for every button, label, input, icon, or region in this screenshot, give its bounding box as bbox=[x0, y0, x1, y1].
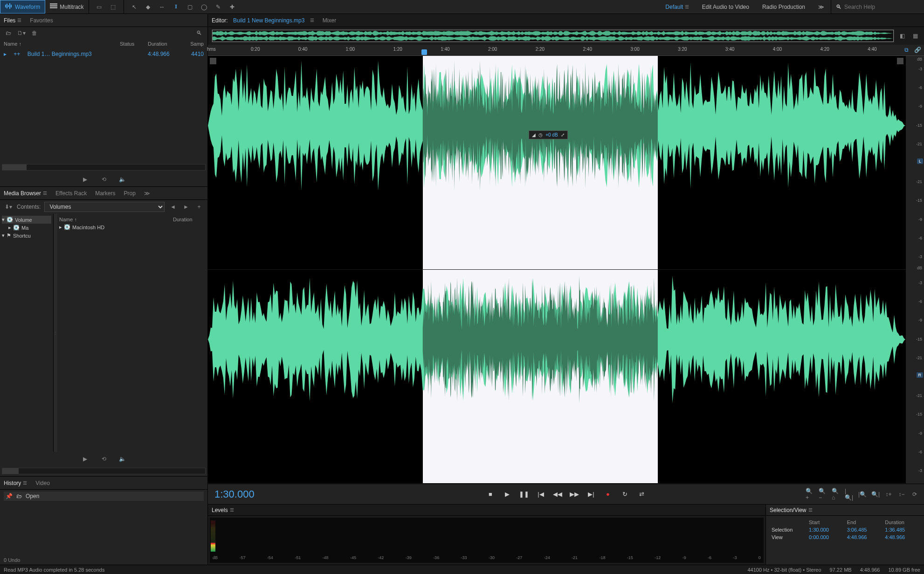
overview-waveform[interactable] bbox=[212, 29, 894, 42]
rewind-button[interactable]: ◀◀ bbox=[552, 488, 564, 500]
toggle-grid-button[interactable]: ▦ bbox=[910, 31, 920, 41]
col-status[interactable]: Status bbox=[120, 41, 148, 47]
skip-selection-button[interactable]: ⇄ bbox=[635, 488, 648, 500]
heal-tool-button[interactable]: ✚ bbox=[227, 2, 238, 12]
zoom-in-button[interactable]: 🔍+ bbox=[806, 490, 815, 499]
workspace-default[interactable]: Default ☰ bbox=[659, 0, 695, 14]
tab-video[interactable]: Video bbox=[35, 480, 49, 486]
playhead[interactable] bbox=[421, 49, 427, 55]
browser-splitter[interactable]: ⋮ bbox=[54, 214, 57, 452]
loop-preview-button[interactable]: ⟲ bbox=[99, 455, 109, 463]
sv-view-start[interactable]: 0:00.000 bbox=[809, 534, 842, 540]
mode-waveform-button[interactable]: Waveform bbox=[0, 0, 45, 14]
brush-tool-button[interactable]: ✎ bbox=[213, 2, 224, 12]
add-shortcut-button[interactable]: + bbox=[194, 203, 204, 211]
record-button[interactable]: ● bbox=[602, 488, 614, 500]
back-button[interactable]: ◄ bbox=[168, 203, 178, 211]
zoom-in-pt-button[interactable]: |🔍 bbox=[858, 490, 867, 499]
tab-mixer[interactable]: Mixer bbox=[323, 17, 336, 24]
wave-channel-left[interactable]: ◢ ◷ +0 dB ⤢ bbox=[208, 56, 905, 270]
gain-hud[interactable]: ◢ ◷ +0 dB ⤢ bbox=[529, 130, 567, 139]
zoom-v-reset-button[interactable]: ⟳ bbox=[910, 490, 919, 499]
pause-button[interactable]: ❚❚ bbox=[518, 488, 530, 500]
tab-selection-view[interactable]: Selection/View ☰ bbox=[770, 507, 813, 513]
marquee-tool-button[interactable]: ▢ bbox=[185, 2, 196, 12]
tab-favorites[interactable]: Favorites bbox=[30, 17, 53, 24]
spectral-pitch-button[interactable]: ⬚ bbox=[108, 2, 119, 12]
tab-markers[interactable]: Markers bbox=[95, 190, 115, 197]
tab-effects-rack[interactable]: Effects Rack bbox=[55, 190, 87, 197]
channel-fade-in-handle[interactable] bbox=[210, 58, 216, 64]
workspace-more-button[interactable]: ≫ bbox=[812, 0, 831, 14]
pin-icon[interactable]: ⤢ bbox=[561, 132, 565, 137]
search-help-input[interactable] bbox=[844, 4, 919, 10]
col-name[interactable]: Name ↑ bbox=[4, 41, 120, 47]
move-tool-button[interactable]: ↖ bbox=[129, 2, 140, 12]
zoom-out-button[interactable]: 🔍− bbox=[819, 490, 828, 499]
tab-editor[interactable]: Editor: Build 1 New Beginnings.mp3 ☰ bbox=[212, 17, 314, 24]
channel-badge-r[interactable]: R bbox=[917, 372, 924, 378]
tree-row[interactable]: ▾💽Volume bbox=[2, 216, 51, 224]
timeline-ruler[interactable]: hms 0:200:401:001:201:402:002:202:403:00… bbox=[208, 45, 924, 56]
sv-view-dur[interactable]: 4:48.966 bbox=[885, 534, 918, 540]
trash-button[interactable]: 🗑 bbox=[30, 29, 39, 37]
tab-levels[interactable]: Levels ☰ bbox=[212, 507, 234, 513]
stop-button[interactable]: ■ bbox=[484, 488, 496, 500]
forward-button[interactable]: ▶▶ bbox=[568, 488, 580, 500]
sv-sel-end[interactable]: 3:06.485 bbox=[847, 527, 881, 533]
zoom-sel-button[interactable]: |🔍| bbox=[845, 490, 854, 499]
goto-prev-button[interactable]: |◀ bbox=[535, 488, 547, 500]
tab-history[interactable]: History ☰ bbox=[4, 480, 27, 486]
col-samp[interactable]: Samp bbox=[180, 41, 204, 47]
files-h-scrollbar[interactable] bbox=[2, 164, 206, 171]
play-preview-button[interactable]: ▶ bbox=[81, 455, 90, 463]
col-duration[interactable]: Duration bbox=[148, 41, 180, 47]
sv-sel-dur[interactable]: 1:36.485 bbox=[885, 527, 918, 533]
level-meter[interactable]: dB-57-54-51-48-45-42-39-36-33-30-27-24-2… bbox=[210, 518, 764, 563]
search-files-button[interactable]: 🔍︎ bbox=[194, 29, 204, 37]
toggle-view-button[interactable]: ◧ bbox=[897, 31, 907, 41]
channel-badge-l[interactable]: L bbox=[917, 158, 923, 164]
snap-button[interactable]: ⧉ bbox=[902, 46, 911, 54]
slip-tool-button[interactable]: ↔ bbox=[157, 2, 168, 12]
mode-multitrack-button[interactable]: Multitrack bbox=[45, 0, 88, 14]
col-name[interactable]: Name ↑ bbox=[59, 217, 173, 222]
fwd-button[interactable]: ► bbox=[181, 203, 191, 211]
zoom-reset-button[interactable]: 🔍⌂ bbox=[832, 490, 841, 499]
loop-preview-button[interactable]: ⟲ bbox=[99, 175, 109, 184]
tree-row[interactable]: ▾⚑Shortcu bbox=[2, 232, 51, 239]
browser-h-scrollbar[interactable] bbox=[2, 468, 206, 474]
tab-properties[interactable]: Prop bbox=[124, 190, 136, 197]
wave-channel-right[interactable] bbox=[208, 270, 905, 484]
play-preview-button[interactable]: ▶ bbox=[81, 175, 90, 184]
autoplay-button[interactable]: 🔈 bbox=[118, 455, 127, 463]
tab-files[interactable]: Files ☰ bbox=[4, 17, 21, 24]
contents-dropdown[interactable]: Volumes bbox=[44, 202, 165, 212]
file-row[interactable]: ▸ ++ Build 1… Beginnings.mp3 4:48.966 44… bbox=[4, 49, 204, 59]
wave-channels[interactable]: ◢ ◷ +0 dB ⤢ bbox=[208, 56, 905, 484]
zoom-out-pt-button[interactable]: 🔍| bbox=[871, 490, 880, 499]
tree-row[interactable]: ▸💽Ma bbox=[2, 224, 51, 232]
new-file-button[interactable]: 🗋▾ bbox=[17, 29, 26, 37]
time-select-tool-button[interactable]: I bbox=[171, 2, 182, 12]
gain-value[interactable]: +0 dB bbox=[545, 132, 558, 137]
spectral-freq-button[interactable]: ▭ bbox=[94, 2, 105, 12]
linked-clip-button[interactable]: 🔗 bbox=[913, 46, 922, 54]
overview-view-rect[interactable] bbox=[212, 30, 894, 42]
workspace-edit-av[interactable]: Edit Audio to Video bbox=[696, 0, 756, 14]
autoplay-button[interactable]: 🔈 bbox=[118, 175, 127, 184]
tabs-overflow-button[interactable]: ≫ bbox=[144, 190, 150, 197]
loop-button[interactable]: ↻ bbox=[619, 488, 631, 500]
lasso-tool-button[interactable]: ◯ bbox=[199, 2, 210, 12]
sv-sel-start[interactable]: 1:30.000 bbox=[809, 527, 842, 533]
zoom-v-out-button[interactable]: ↕− bbox=[897, 490, 906, 499]
timecode-display[interactable]: 1:30.000 bbox=[208, 488, 261, 500]
workspace-radio[interactable]: Radio Production bbox=[756, 0, 812, 14]
import-button[interactable]: ⬇▾ bbox=[4, 203, 13, 211]
goto-next-button[interactable]: ▶| bbox=[585, 488, 597, 500]
history-row[interactable]: 📌 🗁 Open bbox=[4, 492, 204, 501]
tab-media-browser[interactable]: Media Browser ☰ bbox=[4, 190, 47, 197]
razor-tool-button[interactable]: ◆ bbox=[143, 2, 154, 12]
open-file-button[interactable]: 🗁 bbox=[4, 29, 13, 37]
channel-fade-out-handle[interactable] bbox=[897, 58, 903, 64]
